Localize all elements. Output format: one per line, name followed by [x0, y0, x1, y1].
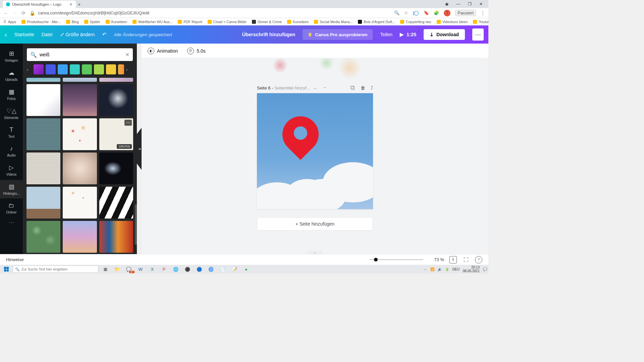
bookmark-item[interactable]: PDF Report	[178, 20, 202, 24]
color-swatch[interactable]	[94, 64, 104, 74]
kebab-icon[interactable]: ⋮	[481, 10, 485, 15]
page-down-icon[interactable]: ﹀	[323, 85, 327, 90]
thumbnail[interactable]	[63, 118, 97, 150]
thumbnail[interactable]	[26, 84, 60, 116]
color-swatch[interactable]	[106, 64, 116, 74]
taskbar-search[interactable]: 🔍Zur Suche Text hier eingeben	[13, 265, 98, 273]
rail-videos[interactable]: ▷Videos	[0, 161, 23, 179]
location-pin-element[interactable]	[282, 116, 319, 170]
bookmark-item[interactable]: Cload + Canva Bilder	[208, 20, 247, 24]
page-strip-toggle[interactable]: ︿	[307, 251, 323, 254]
color-prev-icon[interactable]: ‹	[27, 67, 32, 72]
undo-icon[interactable]: ↶	[102, 32, 107, 38]
rail-photos[interactable]: ▦Fotos	[0, 85, 23, 104]
taskbar-app-chrome[interactable]: 🔵	[194, 265, 205, 273]
thumbnail[interactable]	[99, 221, 133, 253]
rail-templates[interactable]: ⊞Vorlagen	[0, 47, 23, 65]
bookmark-item[interactable]: Später	[84, 20, 100, 24]
bookmark-item[interactable]: Copywriting neu	[400, 20, 431, 24]
collapse-panel-button[interactable]: ◀	[137, 44, 142, 254]
bookmark-item[interactable]: Kursideen	[106, 20, 127, 24]
profile-avatar[interactable]: T	[444, 10, 450, 16]
thumbnail[interactable]	[26, 221, 60, 253]
taskbar-app-powerpoint[interactable]: P	[158, 265, 170, 273]
back-icon[interactable]: ←	[3, 10, 9, 16]
thumbnail[interactable]	[63, 153, 97, 184]
bookmark-item[interactable]: Kursideen	[287, 20, 309, 24]
share-button[interactable]: Teilen	[380, 32, 392, 37]
color-swatch[interactable]	[58, 64, 68, 74]
resize-menu[interactable]: ⤢ Größe ändern	[60, 32, 95, 38]
thumbnail[interactable]	[26, 153, 60, 184]
share-page-icon[interactable]: ⤴	[371, 85, 373, 90]
zoom-slider[interactable]	[370, 259, 423, 260]
task-view-icon[interactable]: ⊞	[100, 265, 111, 273]
tray-notifications-icon[interactable]: 💬	[483, 267, 487, 271]
bookmark-item[interactable]: Produktsuche - Mer...	[21, 20, 61, 24]
tray-battery-icon[interactable]: 🔋	[445, 267, 449, 271]
taskbar-app-excel[interactable]: X	[147, 265, 158, 273]
zoom-percent[interactable]: 73 %	[429, 257, 444, 262]
thumbnail[interactable]	[99, 187, 133, 219]
tray-language[interactable]: DEU	[452, 267, 460, 271]
search-input[interactable]	[40, 52, 123, 57]
new-tab-button[interactable]: +	[78, 1, 81, 7]
taskbar-app-edge[interactable]: 🌀	[205, 265, 217, 273]
help-icon[interactable]: ?	[475, 256, 482, 263]
bookmark-item[interactable]: Videokurs Ideen	[437, 20, 468, 24]
tray-sound-icon[interactable]: 🔊	[438, 267, 442, 271]
page-count-badge[interactable]: 6	[449, 256, 457, 263]
taskbar-app-spotify[interactable]: ●	[240, 265, 252, 273]
taskbar-app[interactable]: ⚫	[182, 265, 193, 273]
rail-text[interactable]: TText	[0, 123, 23, 141]
thumbnail[interactable]	[99, 153, 133, 184]
home-link[interactable]: Startseite	[14, 32, 34, 37]
file-menu[interactable]: Datei	[42, 32, 53, 37]
canvas-page[interactable]	[257, 93, 373, 209]
rail-background[interactable]: ▨Hintergru...	[0, 180, 23, 198]
close-tab-icon[interactable]: ✕	[69, 2, 72, 7]
lock-icon[interactable]: 🔒	[30, 10, 35, 16]
thumbnail[interactable]	[99, 78, 133, 82]
notes-button[interactable]: Hinweise	[6, 257, 24, 262]
bookmark-item[interactable]: Blog	[66, 20, 79, 24]
zoom-slider-thumb[interactable]	[374, 258, 378, 261]
thumbnail[interactable]	[63, 221, 97, 253]
canvas-viewport[interactable]: Seite 6 - Seitentitel hinzuf... ︿ ﹀ ⿻ 🗑 …	[142, 58, 488, 254]
minimize-icon[interactable]: —	[453, 2, 463, 6]
taskbar-app[interactable]: 📄	[217, 265, 228, 273]
tray-chevron-icon[interactable]: ︿	[424, 267, 427, 272]
thumbnail[interactable]	[26, 78, 60, 82]
apps-button[interactable]: ⠿Apps	[3, 19, 16, 24]
thumbnail[interactable]	[63, 78, 97, 82]
search-box[interactable]: 🔍 ✕	[27, 48, 133, 61]
puzzle-icon[interactable]: 🧩	[434, 10, 439, 15]
panel-scrollbar[interactable]	[135, 204, 137, 245]
thumbnail[interactable]	[63, 84, 97, 116]
try-pro-button[interactable]: ♛Canva Pro ausprobieren	[303, 29, 373, 40]
close-window-icon[interactable]: ✕	[476, 2, 486, 6]
browser-tab[interactable]: Überschrift hinzufügen – Logo ✕	[3, 1, 76, 8]
bookmark-item[interactable]: Wahlfächer WU Aus...	[132, 20, 172, 24]
home-back-icon[interactable]: ‹	[5, 31, 7, 39]
color-swatch[interactable]	[70, 64, 80, 74]
taskbar-app[interactable]: 📁	[111, 265, 123, 273]
thumbnail[interactable]	[99, 84, 133, 116]
rail-elements[interactable]: ♡△Elemente	[0, 104, 23, 123]
document-title[interactable]: Überschrift hinzufügen	[242, 32, 296, 37]
extension-icon-2[interactable]: 🔖	[424, 10, 429, 15]
present-button[interactable]: ▶1:25	[400, 32, 416, 37]
reload-icon[interactable]: ⟳	[21, 10, 26, 16]
star-icon[interactable]: ☆	[404, 10, 408, 15]
start-button[interactable]	[1, 265, 11, 273]
rail-audio[interactable]: ♪Audio	[0, 142, 23, 160]
extension-icon[interactable]: |◯	[413, 10, 419, 15]
color-swatch[interactable]	[118, 64, 124, 74]
rail-folders[interactable]: 🗀Ordner	[0, 199, 23, 217]
color-swatch[interactable]	[46, 64, 56, 74]
taskbar-app[interactable]: 💬99+	[123, 265, 135, 273]
color-next-icon[interactable]: ›	[126, 67, 131, 72]
duration-button[interactable]: ⏱ 5.0s	[187, 48, 205, 54]
thumbnail-more-icon[interactable]: ⋯	[124, 120, 132, 126]
color-swatch[interactable]	[34, 64, 44, 74]
